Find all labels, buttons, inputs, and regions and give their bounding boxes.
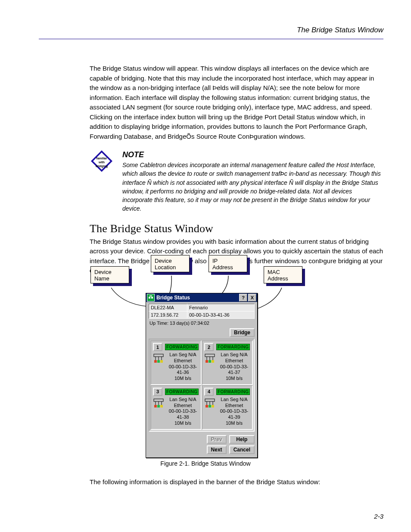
info-location: Fennario [187, 304, 255, 311]
svg-rect-20 [206, 360, 208, 363]
port-index-button[interactable]: 3 [153, 388, 162, 396]
port-panel: 4FORWARDINGLan Seg N/AEthernet00-00-1D-3… [202, 385, 253, 430]
network-icon [153, 353, 164, 382]
svg-rect-28 [154, 405, 157, 408]
cancel-button[interactable]: Cancel [229, 445, 255, 454]
svg-rect-39 [209, 405, 211, 408]
info-ip: 172.19.56.72 [149, 311, 187, 319]
network-icon [153, 398, 164, 426]
info-device-name: DLE22-MA [149, 304, 187, 311]
figure-caption: Figure 2-1. Bridge Status Window [0, 460, 411, 467]
port-panel: 3FORWARDINGLan Seg N/AEthernet00-00-1D-3… [150, 385, 202, 430]
port-status-badge: FORWARDING [216, 344, 250, 350]
svg-rect-24 [154, 399, 163, 401]
page-number: 2-3 [374, 513, 383, 520]
titlebar[interactable]: Bridge Status ? X [146, 293, 257, 302]
titlebar-help-button[interactable]: ? [239, 294, 247, 302]
prev-button[interactable]: Prev [207, 435, 227, 444]
bridge-status-window: Bridge Status ? X DLE22-MA Fennario 172.… [146, 293, 258, 458]
uptime: Up Time: 13 day(s) 07:34:02 [149, 320, 255, 326]
svg-rect-6 [151, 297, 153, 299]
svg-rect-8 [154, 354, 163, 357]
info-mac: 00-00-1D-33-41-36 [187, 311, 255, 319]
svg-rect-31 [157, 405, 160, 408]
titlebar-close-button[interactable]: X [248, 294, 256, 302]
svg-rect-30 [160, 405, 163, 408]
port-index-button[interactable]: 2 [204, 343, 214, 351]
network-icon [204, 353, 215, 382]
port-text: Lan Seg N/AEthernet00-00-1D-33-41-3710M … [218, 352, 250, 382]
next-button[interactable]: Next [207, 445, 227, 454]
svg-rect-36 [206, 405, 208, 408]
bridge-button[interactable]: Bridge [230, 328, 255, 337]
network-icon [204, 398, 215, 426]
port-index-button[interactable]: 1 [153, 343, 162, 351]
app-icon [147, 294, 155, 302]
port-status-badge: FORWARDING [165, 389, 199, 395]
svg-rect-15 [157, 360, 160, 363]
svg-rect-5 [149, 297, 150, 299]
port-text: Lan Seg N/AEthernet00-00-1D-33-41-3610M … [167, 352, 199, 382]
paragraph-below-figure: The following information is displayed i… [90, 477, 383, 487]
svg-rect-32 [205, 399, 215, 401]
svg-rect-38 [212, 405, 214, 408]
port-text: Lan Seg N/AEthernet00-00-1D-33-41-3810M … [167, 397, 199, 426]
port-index-button[interactable]: 4 [204, 388, 214, 396]
svg-rect-23 [209, 360, 211, 363]
port-status-badge: FORWARDING [165, 344, 199, 350]
ports-grid: 1FORWARDINGLan Seg N/AEthernet00-00-1D-3… [149, 339, 255, 432]
port-text: Lan Seg N/AEthernet00-00-1D-33-41-3910M … [218, 397, 250, 426]
port-status-badge: FORWARDING [216, 389, 250, 395]
svg-rect-14 [160, 360, 163, 363]
window-title: Bridge Status [156, 295, 238, 301]
port-panel: 2FORWARDINGLan Seg N/AEthernet00-00-1D-3… [202, 340, 253, 385]
svg-rect-16 [205, 354, 215, 357]
svg-rect-22 [212, 360, 214, 363]
svg-rect-12 [154, 360, 157, 363]
help-button[interactable]: Help [229, 435, 255, 444]
port-panel: 1FORWARDINGLan Seg N/AEthernet00-00-1D-3… [150, 340, 202, 385]
info-grid: DLE22-MA Fennario 172.19.56.72 00-00-1D-… [149, 304, 255, 319]
svg-rect-7 [149, 296, 152, 296]
